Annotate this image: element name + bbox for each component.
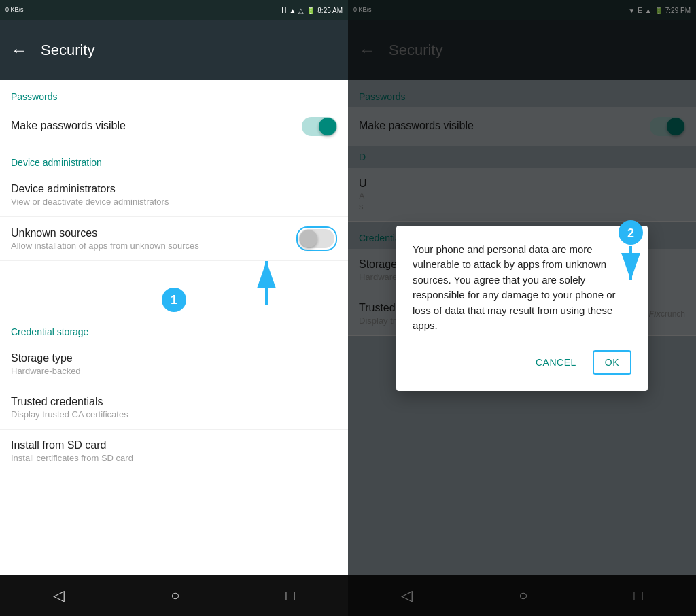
setting-subtitle: Install certificates from SD card [11, 453, 133, 463]
left-panel: 0 KB/s H ▲ △ 🔋 8:25 AM ← Security Passwo… [0, 0, 348, 616]
unknown-sources-container: Unknown sources Allow installation of ap… [0, 217, 348, 315]
battery-icon: 🔋 [307, 7, 315, 14]
install-sd-card-item[interactable]: Install from SD card Install certificate… [0, 430, 348, 473]
device-administrators-item[interactable]: Device administrators View or deactivate… [0, 173, 348, 217]
svg-text:2: 2 [627, 226, 634, 240]
back-nav-left[interactable]: ◁ [53, 587, 65, 604]
step2-annotation: 2 [604, 219, 658, 290]
ok-button[interactable]: OK [593, 350, 631, 375]
setting-subtitle: Hardware-backed [11, 366, 81, 376]
step1-badge: 1 [162, 288, 186, 312]
signal-icon: ▲ [289, 7, 296, 14]
setting-subtitle: Display trusted CA certificates [11, 409, 128, 420]
setting-subtitle: View or deactivate device administrators [11, 196, 169, 207]
dialog-message: Your phone and personal data are more vu… [413, 242, 631, 334]
page-title-left: Security [41, 41, 94, 59]
setting-title: Make passwords visible [11, 120, 126, 132]
warning-dialog: Your phone and personal data are more vu… [396, 226, 648, 391]
passwords-visible-toggle[interactable] [302, 117, 337, 136]
signal-icon2: △ [298, 7, 304, 14]
back-button-left[interactable]: ← [11, 41, 27, 60]
section-credential-left: Credential storage [0, 315, 348, 343]
section-passwords-left: Passwords [0, 80, 348, 107]
step1-annotation: 1 [0, 261, 348, 315]
setting-title: Unknown sources [11, 227, 199, 239]
status-bar-left: 0 KB/s H ▲ △ 🔋 8:25 AM [0, 0, 348, 20]
content-left: Passwords Make passwords visible Device … [0, 80, 348, 575]
home-nav-left[interactable]: ○ [171, 587, 179, 604]
unknown-sources-item[interactable]: Unknown sources Allow installation of ap… [0, 217, 348, 261]
toggle-thumb [300, 230, 317, 247]
unknown-sources-toggle-wrapper [296, 226, 337, 251]
arrow-down-svg: 2 [604, 219, 658, 287]
setting-title: Storage type [11, 352, 81, 364]
toggle-thumb [319, 118, 336, 135]
cancel-button[interactable]: CANCEL [525, 352, 587, 373]
carrier-indicator: H [281, 7, 286, 14]
setting-title: Trusted credentials [11, 396, 128, 408]
storage-type-item[interactable]: Storage type Hardware-backed [0, 343, 348, 386]
dialog-actions: CANCEL OK [413, 350, 631, 375]
trusted-credentials-item[interactable]: Trusted credentials Display trusted CA c… [0, 386, 348, 430]
dialog-overlay: Your phone and personal data are more vu… [348, 0, 696, 616]
setting-title: Install from SD card [11, 439, 133, 451]
right-panel: 0 KB/s ▼ E ▲ 🔋 7:29 PM ← Security Passwo… [348, 0, 696, 616]
arrow-up-svg [239, 254, 294, 309]
section-device-admin-left: Device administration [0, 146, 348, 173]
recents-nav-left[interactable]: □ [286, 587, 295, 604]
make-passwords-visible-item[interactable]: Make passwords visible [0, 107, 348, 146]
unknown-sources-toggle[interactable] [299, 229, 334, 248]
bottom-nav-left: ◁ ○ □ [0, 575, 348, 616]
kb-indicator-left: 0 KB/s [5, 7, 24, 14]
status-bar-right-icons: H ▲ △ 🔋 8:25 AM [281, 7, 343, 14]
setting-title: Device administrators [11, 183, 169, 195]
time-left: 8:25 AM [317, 7, 343, 14]
setting-subtitle: Allow installation of apps from unknown … [11, 241, 199, 251]
app-bar-left: ← Security [0, 20, 348, 80]
